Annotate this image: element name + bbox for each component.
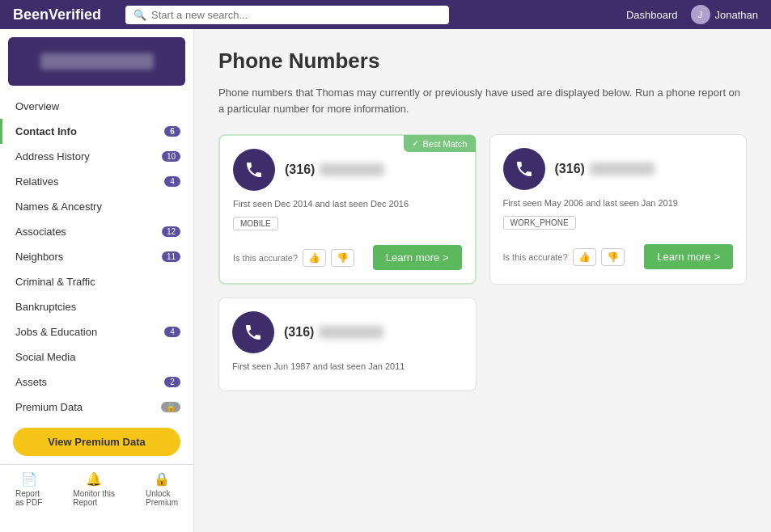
sidebar-item-label: Jobs & Education: [15, 326, 97, 338]
card-header-3: (316): [232, 311, 463, 353]
report-pdf-icon: 📄: [21, 471, 37, 487]
phone-seen-1: First seen Dec 2014 and last seen Dec 20…: [233, 199, 462, 209]
avatar: J: [691, 5, 710, 24]
sidebar-item-bankruptcies[interactable]: Bankruptcies: [0, 294, 193, 319]
header: BeenVerified 🔍 Dashboard J Jonathan: [0, 0, 771, 29]
phone-icon-circle-3: [232, 311, 274, 353]
phone-icon-3: [244, 323, 263, 342]
learn-more-button-1[interactable]: Learn more >: [373, 245, 462, 270]
thumbup-button-1[interactable]: 👍: [303, 249, 326, 267]
sidebar-badge-relatives: 4: [164, 176, 180, 187]
thumbdown-button-2[interactable]: 👎: [601, 248, 625, 266]
username: Jonathan: [715, 9, 759, 21]
phone-icon-circle-2: [503, 148, 545, 190]
sidebar-item-assets[interactable]: Assets 2: [0, 369, 193, 395]
sidebar-badge-associates: 12: [162, 226, 180, 237]
phone-seen-3: First seen Jun 1987 and last seen Jan 20…: [232, 361, 463, 371]
unlock-label: UnlockPremium: [146, 489, 178, 507]
card-footer-1: Is this accurate? 👍 👎 Learn more >: [233, 245, 462, 270]
phone-seen-2: First seen May 2006 and last seen Jan 20…: [503, 198, 734, 208]
user-area[interactable]: J Jonathan: [691, 5, 759, 24]
view-premium-button[interactable]: View Premium Data: [13, 428, 180, 456]
monitor-icon: 🔔: [86, 471, 102, 487]
phone-info-1: (316): [285, 163, 384, 177]
checkmark-icon: ✓: [412, 138, 419, 149]
sidebar-item-label: Relatives: [15, 175, 58, 188]
sidebar-item-address-history[interactable]: Address History 10: [0, 144, 193, 169]
phone-card-1: ✓ Best Match (316) First seen Dec 2014 a…: [218, 134, 477, 285]
sidebar-item-label: Names & Ancestry: [15, 201, 102, 213]
phone-number-1: (316): [285, 163, 384, 177]
area-code-2: (316): [555, 162, 585, 176]
accurate-section-2: Is this accurate? 👍 👎: [503, 248, 625, 266]
sidebar-item-label: Bankruptcies: [15, 301, 76, 313]
sidebar-item-label: Neighbors: [15, 251, 63, 263]
phone-tag-2: WORK_PHONE: [503, 216, 576, 230]
sidebar-item-names-ancestry[interactable]: Names & Ancestry: [0, 194, 193, 219]
sidebar-badge-jobs: 4: [164, 327, 180, 337]
phone-number-3: (316): [284, 325, 383, 340]
monitor-report-action[interactable]: 🔔 Monitor thisReport: [73, 471, 115, 507]
accurate-label-1: Is this accurate?: [233, 253, 298, 263]
report-pdf-action[interactable]: 📄 Reportas PDF: [15, 471, 42, 507]
phone-info-3: (316): [284, 325, 383, 340]
card-header-2: (316): [503, 148, 734, 190]
sidebar-item-overview[interactable]: Overview: [0, 94, 193, 119]
sidebar-item-label: Associates: [15, 226, 66, 238]
sidebar-badge-neighbors: 11: [162, 251, 180, 262]
sidebar: Overview Contact Info 6 Address History …: [0, 29, 194, 532]
phone-icon-circle-1: [233, 149, 275, 191]
accurate-label-2: Is this accurate?: [503, 252, 568, 262]
sidebar-item-label: Premium Data: [15, 401, 83, 413]
sidebar-item-label: Address History: [15, 150, 90, 163]
report-pdf-label: Reportas PDF: [15, 489, 42, 507]
phone-icon-1: [244, 160, 264, 179]
learn-more-button-2[interactable]: Learn more >: [644, 244, 733, 269]
card-footer-2: Is this accurate? 👍 👎 Learn more >: [503, 244, 734, 269]
page-description: Phone numbers that Thomas may currently …: [218, 85, 747, 116]
sidebar-item-contact-info[interactable]: Contact Info 6: [0, 119, 193, 144]
cards-grid: ✓ Best Match (316) First seen Dec 2014 a…: [218, 134, 747, 391]
thumbup-button-2[interactable]: 👍: [573, 248, 596, 266]
page-title: Phone Numbers: [218, 49, 747, 74]
phone-number-2: (316): [555, 162, 655, 176]
bottom-actions: 📄 Reportas PDF 🔔 Monitor thisReport 🔒 Un…: [0, 464, 193, 513]
search-input-wrap[interactable]: 🔍: [125, 6, 449, 24]
phone-blur-1: [320, 163, 384, 176]
dashboard-link[interactable]: Dashboard: [626, 9, 678, 21]
unlock-premium-action[interactable]: 🔒 UnlockPremium: [146, 471, 178, 507]
sidebar-item-jobs-education[interactable]: Jobs & Education 4: [0, 319, 193, 344]
phone-card-2: (316) First seen May 2006 and last seen …: [489, 134, 748, 285]
best-match-label: Best Match: [422, 139, 467, 149]
content-area: Phone Numbers Phone numbers that Thomas …: [194, 29, 771, 532]
sidebar-item-neighbors[interactable]: Neighbors 11: [0, 244, 193, 269]
phone-blur-2: [590, 163, 655, 175]
card-header-1: (316): [233, 149, 462, 191]
main-layout: Overview Contact Info 6 Address History …: [0, 29, 771, 532]
sidebar-badge-address-history: 10: [162, 151, 180, 162]
sidebar-item-label: Criminal & Traffic: [15, 276, 95, 288]
accurate-section-1: Is this accurate? 👍 👎: [233, 249, 354, 267]
phone-tag-1: MOBILE: [233, 217, 278, 230]
sidebar-item-premium-data[interactable]: Premium Data 🔒: [0, 395, 193, 420]
area-code-3: (316): [284, 325, 314, 340]
monitor-label: Monitor thisReport: [73, 489, 115, 507]
thumbdown-button-1[interactable]: 👎: [331, 249, 354, 267]
sidebar-item-relatives[interactable]: Relatives 4: [0, 169, 193, 194]
sidebar-item-label: Assets: [15, 376, 47, 388]
sidebar-item-label: Contact Info: [15, 125, 77, 137]
sidebar-item-associates[interactable]: Associates 12: [0, 219, 193, 244]
sidebar-badge-assets: 2: [164, 377, 180, 387]
sidebar-item-label: Social Media: [15, 351, 75, 363]
phone-card-3: (316) First seen Jun 1987 and last seen …: [218, 298, 477, 391]
phone-icon-2: [515, 159, 534, 179]
search-icon: 🔍: [133, 9, 146, 21]
sidebar-badge-contact-info: 6: [164, 126, 180, 137]
sidebar-item-criminal-traffic[interactable]: Criminal & Traffic: [0, 269, 193, 294]
profile-banner: [8, 37, 185, 86]
profile-blur: [40, 53, 154, 70]
sidebar-item-social-media[interactable]: Social Media: [0, 344, 193, 369]
search-input[interactable]: [151, 9, 441, 21]
best-match-badge: ✓ Best Match: [404, 135, 475, 152]
logo[interactable]: BeenVerified: [13, 6, 101, 23]
